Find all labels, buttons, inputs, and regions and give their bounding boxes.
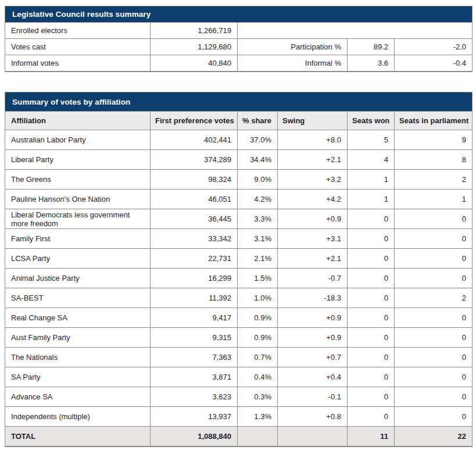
affiliation-name-cell: LCSA Party (5, 249, 151, 269)
table-row: Pauline Hanson's One Nation46,0514.2%+4.… (5, 190, 473, 209)
first-preference-votes-cell: 11,392 (151, 288, 238, 308)
swing-cell: -0.1 (278, 387, 348, 407)
value-cell: 40,840 (151, 55, 238, 72)
first-preference-votes-cell: 46,051 (151, 190, 238, 209)
column-header-first-preference-votes: First preference votes (151, 112, 238, 130)
affiliation-name-cell: Advance SA (5, 387, 151, 407)
table-row: Informal votes 40,840 Informal % 3.6 -0.… (5, 55, 473, 72)
share-cell: 1.3% (238, 407, 278, 427)
table-row: Votes cast 1,129,680 Participation % 89.… (5, 39, 473, 55)
table-row: SA-BEST11,3921.0%-18.302 (5, 288, 473, 308)
first-preference-votes-cell: 13,937 (151, 407, 238, 427)
total-seats-won: 11 (348, 427, 395, 447)
seats-in-parliament-cell: 0 (395, 229, 473, 249)
first-preference-votes-cell: 36,445 (151, 209, 238, 229)
seats-won-cell: 0 (348, 367, 395, 387)
swing-cell: +8.0 (278, 130, 348, 150)
affiliation-name-cell: The Nationals (5, 348, 151, 367)
first-preference-votes-cell: 9,417 (151, 308, 238, 328)
seats-in-parliament-cell: 1 (395, 190, 473, 209)
share-cell: 1.0% (238, 288, 278, 308)
seats-in-parliament-cell: 2 (395, 288, 473, 308)
table-row: Family First33,3423.1%+3.100 (5, 229, 473, 249)
empty-cell (238, 23, 473, 39)
swing-cell: +4.2 (278, 190, 348, 209)
swing-cell: +0.4 (278, 367, 348, 387)
first-preference-votes-cell: 22,731 (151, 249, 238, 269)
column-header-swing: Swing (278, 112, 348, 130)
table-row: Aust Family Party9,3150.9%+0.900 (5, 328, 473, 348)
seats-in-parliament-cell: 0 (395, 308, 473, 328)
results-summary-table: Legislative Council results summary Enro… (5, 6, 473, 72)
swing-cell: +2.1 (278, 249, 348, 269)
table-row: The Greens98,3249.0%+3.212 (5, 170, 473, 190)
column-header-seats-won: Seats won (348, 112, 395, 130)
affiliation-name-cell: Liberal Democrats less government more f… (5, 209, 151, 229)
total-swing (278, 427, 348, 447)
table-row: Animal Justice Party16,2991.5%-0.700 (5, 269, 473, 288)
page: Legislative Council results summary Enro… (5, 6, 472, 447)
seats-in-parliament-cell: 8 (395, 150, 473, 170)
seats-won-cell: 0 (348, 288, 395, 308)
seats-won-cell: 0 (348, 308, 395, 328)
seats-in-parliament-cell: 0 (395, 367, 473, 387)
table-row: Advance SA3,6230.3%-0.100 (5, 387, 473, 407)
percentage-cell: 3.6 (348, 55, 395, 72)
swing-cell: +0.9 (278, 209, 348, 229)
seats-in-parliament-cell: 0 (395, 328, 473, 348)
swing-cell: +0.9 (278, 328, 348, 348)
share-cell: 0.4% (238, 367, 278, 387)
seats-in-parliament-cell: 0 (395, 249, 473, 269)
column-header-share: % share (238, 112, 278, 130)
affiliation-table-body: Australian Labor Party402,44137.0%+8.059… (5, 130, 473, 427)
table-row: Australian Labor Party402,44137.0%+8.059 (5, 130, 473, 150)
seats-won-cell: 5 (348, 130, 395, 150)
swing-cell: +3.2 (278, 170, 348, 190)
seats-in-parliament-cell: 0 (395, 209, 473, 229)
table-row: Liberal Democrats less government more f… (5, 209, 473, 229)
swing-cell: +2.1 (278, 150, 348, 170)
first-preference-votes-cell: 402,441 (151, 130, 238, 150)
swing-cell: -2.0 (395, 39, 473, 55)
share-cell: 1.5% (238, 269, 278, 288)
seats-won-cell: 1 (348, 190, 395, 209)
table-row: Enrolled electors 1,266,719 (5, 23, 473, 39)
seats-won-cell: 0 (348, 269, 395, 288)
affiliation-summary-table: Summary of votes by affiliation Affiliat… (5, 92, 473, 447)
total-first-preference-votes: 1,088,840 (151, 427, 238, 447)
share-cell: 3.3% (238, 209, 278, 229)
seats-won-cell: 0 (348, 209, 395, 229)
swing-cell: +3.1 (278, 229, 348, 249)
affiliation-name-cell: SA Party (5, 367, 151, 387)
affiliation-name-cell: Animal Justice Party (5, 269, 151, 288)
affiliation-name-cell: Liberal Party (5, 150, 151, 170)
share-cell: 34.4% (238, 150, 278, 170)
results-summary-title-row: Legislative Council results summary (5, 6, 473, 23)
total-seats-in-parliament: 22 (395, 427, 473, 447)
swing-cell: +0.9 (278, 308, 348, 328)
seats-in-parliament-cell: 9 (395, 130, 473, 150)
first-preference-votes-cell: 33,342 (151, 229, 238, 249)
share-cell: 0.9% (238, 308, 278, 328)
table-row: Real Change SA9,4170.9%+0.900 (5, 308, 473, 328)
column-header-row: Affiliation First preference votes % sha… (5, 112, 473, 130)
seats-won-cell: 0 (348, 387, 395, 407)
percentage-cell: 89.2 (348, 39, 395, 55)
share-cell: 3.1% (238, 229, 278, 249)
column-header-affiliation: Affiliation (5, 112, 151, 130)
seats-in-parliament-cell: 0 (395, 387, 473, 407)
affiliation-summary-title: Summary of votes by affiliation (5, 92, 473, 112)
seats-won-cell: 4 (348, 150, 395, 170)
total-share (238, 427, 278, 447)
seats-in-parliament-cell: 0 (395, 269, 473, 288)
seats-in-parliament-cell: 0 (395, 348, 473, 367)
swing-cell: -18.3 (278, 288, 348, 308)
swing-cell: -0.4 (395, 55, 473, 72)
share-cell: 9.0% (238, 170, 278, 190)
share-cell: 0.3% (238, 387, 278, 407)
metric-label: Participation % (238, 39, 348, 55)
value-cell: 1,266,719 (151, 23, 238, 39)
table-row: Liberal Party374,28934.4%+2.148 (5, 150, 473, 170)
share-cell: 37.0% (238, 130, 278, 150)
affiliation-name-cell: Australian Labor Party (5, 130, 151, 150)
